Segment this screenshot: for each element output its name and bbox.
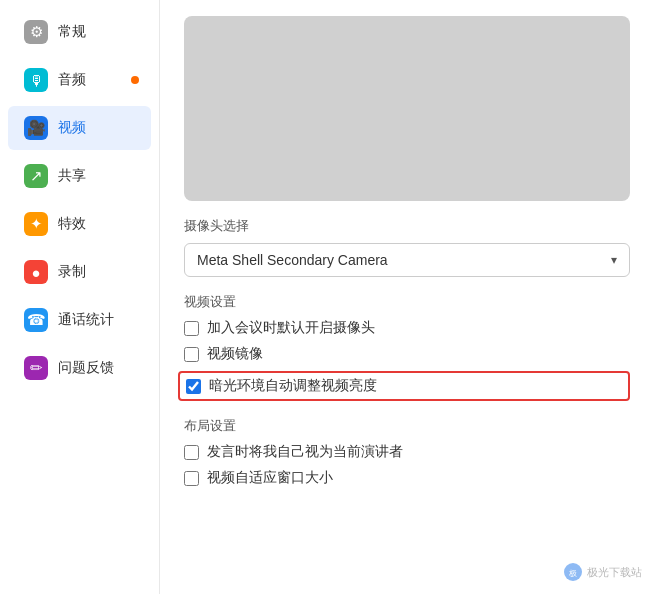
camera-dropdown-section: 摄像头选择 Meta Shell Secondary Camera ▾	[184, 217, 630, 277]
label-auto_camera: 加入会议时默认开启摄像头	[207, 319, 375, 337]
video-options-list: 加入会议时默认开启摄像头视频镜像暗光环境自动调整视频亮度	[184, 319, 630, 401]
sidebar-item-label-feedback: 问题反馈	[58, 359, 114, 377]
layout-settings-label: 布局设置	[184, 417, 630, 435]
sidebar-item-label-general: 常规	[58, 23, 86, 41]
sidebar-item-share[interactable]: ↗共享	[8, 154, 151, 198]
checkbox-fit_window[interactable]	[184, 471, 199, 486]
video-option-auto_camera: 加入会议时默认开启摄像头	[184, 319, 630, 337]
camera-selected-value: Meta Shell Secondary Camera	[197, 252, 388, 268]
video-option-mirror: 视频镜像	[184, 345, 630, 363]
watermark-text: 极光下载站	[587, 565, 642, 580]
notification-badge-audio	[131, 76, 139, 84]
sidebar: ⚙常规🎙音频🎥视频↗共享✦特效●录制☎通话统计✏问题反馈	[0, 0, 160, 594]
sidebar-item-feedback[interactable]: ✏问题反馈	[8, 346, 151, 390]
label-auto_brightness: 暗光环境自动调整视频亮度	[209, 377, 377, 395]
watermark: 极 极光下载站	[563, 562, 642, 582]
layout-option-fit_window: 视频自适应窗口大小	[184, 469, 630, 487]
watermark-logo: 极	[563, 562, 583, 582]
sidebar-item-audio[interactable]: 🎙音频	[8, 58, 151, 102]
checkbox-auto_brightness[interactable]	[186, 379, 201, 394]
sidebar-item-record[interactable]: ●录制	[8, 250, 151, 294]
video-settings-label: 视频设置	[184, 293, 630, 311]
camera-dropdown[interactable]: Meta Shell Secondary Camera ▾	[184, 243, 630, 277]
main-content: 摄像头选择 Meta Shell Secondary Camera ▾ 视频设置…	[160, 0, 654, 594]
sidebar-item-label-audio: 音频	[58, 71, 86, 89]
label-fit_window: 视频自适应窗口大小	[207, 469, 333, 487]
chevron-down-icon: ▾	[611, 253, 617, 267]
layout-options-list: 发言时将我自己视为当前演讲者视频自适应窗口大小	[184, 443, 630, 487]
checkbox-mirror[interactable]	[184, 347, 199, 362]
sidebar-item-label-record: 录制	[58, 263, 86, 281]
video-icon: 🎥	[24, 116, 48, 140]
label-mirror: 视频镜像	[207, 345, 263, 363]
camera-section-label: 摄像头选择	[184, 217, 630, 235]
feedback-icon: ✏	[24, 356, 48, 380]
video-settings-section: 视频设置 加入会议时默认开启摄像头视频镜像暗光环境自动调整视频亮度	[184, 293, 630, 401]
checkbox-self_as_presenter[interactable]	[184, 445, 199, 460]
sidebar-item-label-stats: 通话统计	[58, 311, 114, 329]
layout-settings-section: 布局设置 发言时将我自己视为当前演讲者视频自适应窗口大小	[184, 417, 630, 487]
sidebar-item-general[interactable]: ⚙常规	[8, 10, 151, 54]
record-icon: ●	[24, 260, 48, 284]
layout-option-self_as_presenter: 发言时将我自己视为当前演讲者	[184, 443, 630, 461]
stats-icon: ☎	[24, 308, 48, 332]
sidebar-item-stats[interactable]: ☎通话统计	[8, 298, 151, 342]
sidebar-item-label-effect: 特效	[58, 215, 86, 233]
sidebar-item-effect[interactable]: ✦特效	[8, 202, 151, 246]
sidebar-item-video[interactable]: 🎥视频	[8, 106, 151, 150]
video-option-auto_brightness: 暗光环境自动调整视频亮度	[178, 371, 630, 401]
svg-text:极: 极	[568, 569, 577, 578]
camera-preview	[184, 16, 630, 201]
share-icon: ↗	[24, 164, 48, 188]
effect-icon: ✦	[24, 212, 48, 236]
sidebar-item-label-share: 共享	[58, 167, 86, 185]
checkbox-auto_camera[interactable]	[184, 321, 199, 336]
gear-icon: ⚙	[24, 20, 48, 44]
label-self_as_presenter: 发言时将我自己视为当前演讲者	[207, 443, 403, 461]
mic-icon: 🎙	[24, 68, 48, 92]
sidebar-item-label-video: 视频	[58, 119, 86, 137]
